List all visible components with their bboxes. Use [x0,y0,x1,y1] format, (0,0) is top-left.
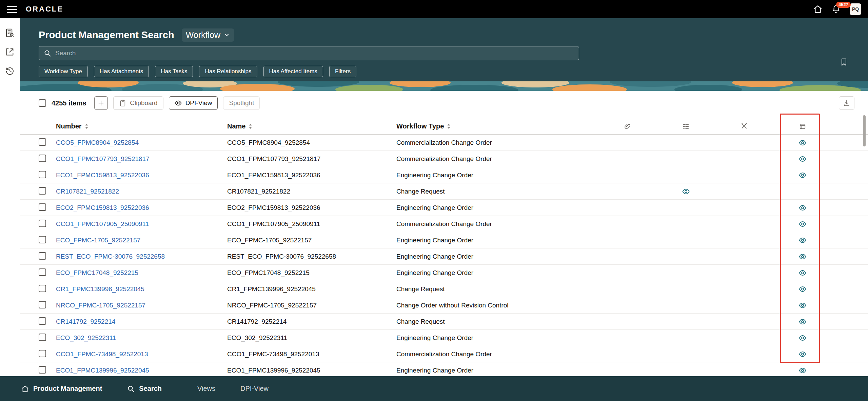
dpi-view-eye-icon[interactable] [798,301,807,309]
search-icon [127,385,135,393]
search-input[interactable] [39,46,579,60]
dpi-view-eye-icon[interactable] [682,187,690,196]
dpi-view-eye-icon[interactable] [798,220,807,228]
dpi-view-eye-icon[interactable] [798,139,807,147]
row-number-link[interactable]: ECO_FPMC17048_9252215 [56,269,138,276]
export-icon[interactable] [5,47,15,57]
dpi-view-eye-icon[interactable] [798,171,807,179]
row-checkbox[interactable] [39,317,46,325]
row-checkbox[interactable] [39,252,46,260]
select-all-checkbox[interactable] [39,99,46,107]
chip-has-relationships[interactable]: Has Relationships [199,66,257,77]
column-header-number[interactable]: Number [56,122,227,130]
column-label-workflow-type: Workflow Type [396,122,444,130]
clipboard-label: Clipboard [130,99,157,107]
clipboard-button[interactable]: Clipboard [113,96,163,110]
chip-has-tasks[interactable]: Has Tasks [155,66,193,77]
dpi-view-eye-icon[interactable] [798,269,807,277]
row-checkbox[interactable] [39,366,46,374]
attachments-column-paperclip-icon[interactable] [598,123,657,130]
filter-chips-row: Workflow Type Has Attachments Has Tasks … [39,66,847,77]
dpi-view-button[interactable]: DPI-View [169,96,218,110]
row-checkbox[interactable] [39,187,46,195]
tasks-column-checklist-icon[interactable] [657,123,715,130]
row-checkbox[interactable] [39,301,46,308]
sort-icon[interactable] [84,123,89,129]
row-checkbox[interactable] [39,236,46,243]
row-checkbox[interactable] [39,203,46,211]
bookmark-icon[interactable] [840,58,848,66]
search-header: Product Management Search Workflow Workf… [20,18,868,81]
row-name: CCO1_FPMC107905_25090911 [227,220,396,228]
column-label-name: Name [227,122,245,130]
user-avatar[interactable]: PQ [850,3,861,15]
dpi-view-eye-icon[interactable] [798,334,807,342]
row-checkbox[interactable] [39,171,46,178]
row-number-link[interactable]: ECO1_FPMC159813_92522036 [56,172,149,179]
home-icon[interactable] [813,4,823,14]
row-checkbox[interactable] [39,220,46,227]
dpi-view-eye-icon[interactable] [798,318,807,326]
dpi-view-eye-icon[interactable] [798,285,807,293]
saved-search-icon[interactable] [5,28,15,38]
table-row: CCO1_FPMC-73498_92522013 CCO1_FPMC-73498… [20,346,868,362]
row-number-link[interactable]: ECO1_FPMC139996_92522045 [56,367,149,374]
dpi-view-eye-icon[interactable] [798,253,807,261]
dpi-view-eye-icon[interactable] [798,204,807,212]
chip-has-affected-items[interactable]: Has Affected Items [263,66,323,77]
chevron-down-icon [224,32,230,38]
chip-workflow-type[interactable]: Workflow Type [39,66,88,77]
footer-dpi-view-tab[interactable]: DPI-View [240,385,269,393]
chip-has-attachments[interactable]: Has Attachments [94,66,149,77]
notifications-bell-icon[interactable]: 4527 [831,4,841,14]
sort-icon[interactable] [447,123,451,129]
row-number-link[interactable]: ECO_302_92522311 [56,334,116,341]
dpi-view-eye-icon[interactable] [798,236,807,244]
column-header-name[interactable]: Name [227,122,396,130]
history-icon[interactable] [5,66,15,76]
dpi-view-column-icon[interactable] [773,123,832,130]
row-workflow-type: Engineering Change Order [396,237,598,244]
row-checkbox[interactable] [39,268,46,276]
row-workflow-type: Engineering Change Order [396,269,598,277]
row-checkbox[interactable] [39,285,46,292]
download-button[interactable] [839,96,854,110]
row-number-link[interactable]: REST_ECO_FPMC-30076_92522658 [56,253,165,260]
row-workflow-type: Change Request [396,188,598,195]
spotlight-button[interactable]: Spotlight [223,96,260,110]
row-workflow-type: Change Request [396,285,598,293]
dpi-view-eye-icon[interactable] [798,350,807,358]
vertical-scrollbar-thumb[interactable] [863,115,866,146]
workflow-scope-dropdown[interactable]: Workflow [182,28,234,42]
row-checkbox[interactable] [39,138,46,146]
row-number-link[interactable]: CR141792_9252214 [56,318,115,325]
row-name: CR141792_9252214 [227,318,396,325]
row-checkbox[interactable] [39,155,46,162]
table-body: CCO5_FPMC8904_9252854 CCO5_FPMC8904_9252… [20,135,868,379]
tools-column-icon[interactable] [715,123,773,130]
row-number-link[interactable]: CCO1_FPMC-73498_92522013 [56,350,148,358]
dpi-view-eye-icon[interactable] [798,155,807,163]
hamburger-menu-icon[interactable] [7,4,17,14]
row-workflow-type: Engineering Change Order [396,172,598,179]
footer-search-tab[interactable]: Search [127,385,162,393]
dpi-view-eye-icon[interactable] [798,366,807,375]
row-number-link[interactable]: CR107821_92521822 [56,188,119,195]
add-button[interactable] [94,96,108,110]
row-number-link[interactable]: ECO2_FPMC159813_92522036 [56,204,149,211]
row-number-link[interactable]: NRCO_FPMC-1705_92522157 [56,302,145,309]
items-count: 4255 items [52,99,86,107]
row-checkbox[interactable] [39,334,46,341]
row-checkbox[interactable] [39,350,46,357]
sort-icon[interactable] [248,123,253,129]
row-number-link[interactable]: CCO5_FPMC8904_9252854 [56,139,139,146]
row-number-link[interactable]: CCO1_FPMC107905_25090911 [56,220,149,227]
footer-product-management[interactable]: Product Management [21,385,102,393]
footer-views-tab[interactable]: Views [197,385,215,393]
row-number-link[interactable]: ECO_FPMC-1705_92522157 [56,237,140,244]
row-number-link[interactable]: CCO1_FPMC107793_92521817 [56,155,150,162]
chip-filters[interactable]: Filters [329,66,356,77]
table-row: CCO1_FPMC107793_92521817 CCO1_FPMC107793… [20,151,868,167]
row-number-link[interactable]: CR1_FPMC139996_92522045 [56,285,144,293]
column-header-workflow-type[interactable]: Workflow Type [396,122,598,130]
